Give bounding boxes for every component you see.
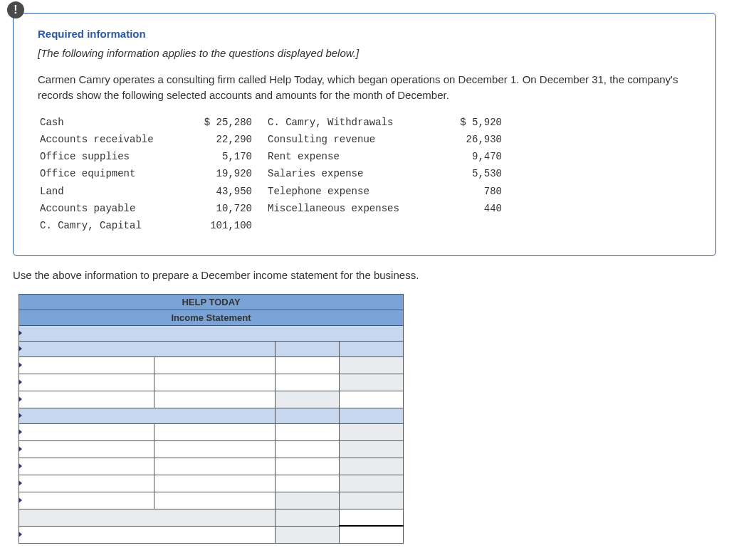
row-marker-icon (19, 497, 22, 503)
account-label: Office supplies (39, 149, 185, 164)
account-amount: 9,470 (439, 149, 503, 164)
worksheet-input[interactable] (154, 458, 276, 475)
accounts-table: Cash $ 25,280 C. Camry, Withdrawals $ 5,… (38, 113, 504, 236)
worksheet-cell (340, 440, 404, 458)
worksheet-input[interactable] (276, 440, 340, 458)
worksheet-cell (276, 509, 340, 526)
account-label: Miscellaneous expenses (259, 201, 437, 216)
account-amount: 43,950 (187, 184, 258, 199)
account-amount: 5,170 (187, 149, 258, 164)
worksheet-input[interactable] (154, 356, 276, 374)
worksheet-input[interactable] (154, 440, 276, 458)
worksheet-header: HELP TODAY (19, 294, 404, 310)
account-amount: 19,920 (187, 166, 258, 181)
worksheet-input[interactable] (19, 374, 154, 391)
worksheet-input[interactable] (154, 492, 276, 509)
italic-note: [The following information applies to th… (38, 47, 691, 59)
worksheet-input[interactable] (19, 423, 154, 440)
worksheet-input[interactable] (340, 526, 404, 543)
account-label: Land (39, 184, 185, 199)
worksheet-cell (340, 492, 404, 509)
worksheet-cell (276, 341, 340, 356)
account-amount (439, 218, 503, 233)
row-marker-icon (19, 346, 22, 352)
worksheet-input[interactable] (19, 458, 154, 475)
problem-text: Carmen Camry operates a consulting firm … (38, 72, 691, 103)
account-label: C. Camry, Capital (39, 218, 185, 233)
worksheet-input[interactable] (154, 423, 276, 440)
worksheet-cell (340, 423, 404, 440)
account-label: Consulting revenue (259, 132, 437, 147)
row-marker-icon (19, 463, 22, 469)
worksheet-input[interactable] (340, 391, 404, 408)
worksheet-input[interactable] (19, 356, 154, 374)
worksheet-input[interactable] (340, 509, 404, 526)
instruction-text: Use the above information to prepare a D… (13, 269, 716, 281)
account-amount: 26,930 (439, 132, 503, 147)
worksheet-input[interactable] (276, 423, 340, 440)
account-label: Rent expense (259, 149, 437, 164)
worksheet-cell (340, 374, 404, 391)
worksheet-cell (276, 391, 340, 408)
account-amount: 440 (439, 201, 503, 216)
row-marker-icon (19, 413, 22, 418)
account-label: Accounts payable (39, 201, 185, 216)
account-label: Telephone expense (259, 184, 437, 199)
worksheet-input[interactable] (154, 374, 276, 391)
worksheet-cell (340, 458, 404, 475)
account-amount: 10,720 (187, 201, 258, 216)
income-statement-worksheet: HELP TODAY Income Statement (19, 294, 404, 544)
row-marker-icon (19, 396, 22, 402)
row-marker-icon (19, 446, 22, 452)
worksheet-input[interactable] (154, 475, 276, 492)
required-information-box: Required information [The following info… (13, 13, 716, 256)
worksheet-input[interactable] (276, 356, 340, 374)
worksheet-cell (340, 356, 404, 374)
required-information-title: Required information (38, 28, 691, 40)
account-label: C. Camry, Withdrawals (259, 115, 437, 130)
worksheet-input[interactable] (276, 475, 340, 492)
account-label: Accounts receivable (39, 132, 185, 147)
worksheet-cell (276, 408, 340, 423)
worksheet-subheader: Income Statement (19, 310, 404, 325)
account-amount: 22,290 (187, 132, 258, 147)
worksheet-input[interactable] (19, 475, 154, 492)
account-label: Office equipment (39, 166, 185, 181)
worksheet-input[interactable] (19, 526, 276, 543)
account-amount: 5,530 (439, 166, 503, 181)
worksheet-input[interactable] (276, 458, 340, 475)
worksheet-cell (340, 341, 404, 356)
worksheet-input[interactable] (19, 391, 154, 408)
row-marker-icon (19, 480, 22, 486)
row-marker-icon (19, 429, 22, 435)
worksheet-input[interactable] (276, 374, 340, 391)
row-marker-icon (19, 362, 22, 368)
row-marker-icon (19, 532, 22, 537)
account-amount: $ 5,920 (439, 115, 503, 130)
worksheet-cell (276, 492, 340, 509)
worksheet-cell (340, 475, 404, 492)
worksheet-input[interactable] (19, 440, 154, 458)
row-marker-icon (19, 330, 22, 336)
account-amount: 780 (439, 184, 503, 199)
worksheet-cell (19, 509, 276, 526)
alert-icon: ! (7, 1, 24, 19)
worksheet-cell (276, 526, 340, 543)
account-label (259, 218, 437, 233)
worksheet-input[interactable] (19, 492, 154, 509)
account-label: Cash (39, 115, 185, 130)
account-amount: 101,100 (187, 218, 258, 233)
worksheet-cell (340, 408, 404, 423)
row-marker-icon (19, 379, 22, 385)
account-label: Salaries expense (259, 166, 437, 181)
worksheet-input[interactable] (154, 391, 276, 408)
account-amount: $ 25,280 (187, 115, 258, 130)
